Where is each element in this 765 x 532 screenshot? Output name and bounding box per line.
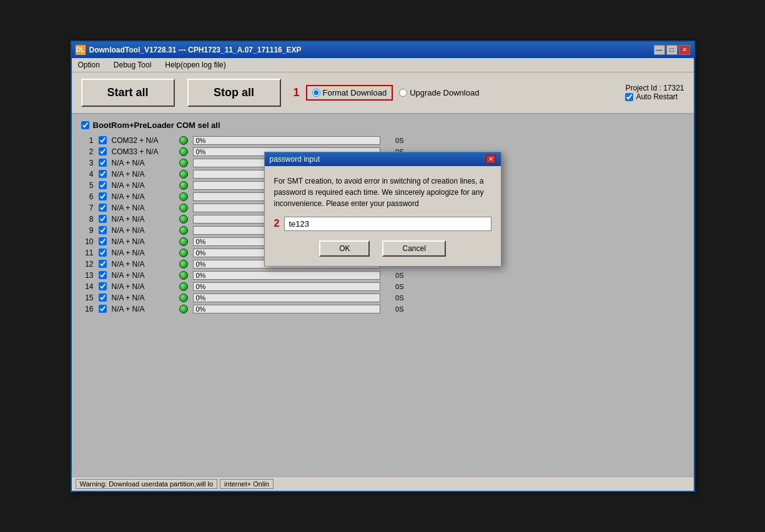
content-area: BootRom+PreLoader COM sel all 1 COM32 + …	[72, 114, 694, 476]
menu-option[interactable]: Option	[74, 59, 104, 71]
minimize-button[interactable]: —	[654, 45, 665, 55]
modal-title: password input	[270, 155, 320, 164]
modal-cancel-button[interactable]: Cancel	[382, 240, 445, 257]
status-bar: Warning: Download userdata partition,wil…	[72, 476, 694, 491]
upgrade-download-option[interactable]: Upgrade Download	[399, 88, 479, 97]
maximize-button[interactable]: □	[666, 45, 678, 55]
title-controls: — □ ✕	[654, 45, 690, 55]
auto-restart-row: Auto Restart	[625, 92, 684, 101]
modal-step-label: 2	[274, 218, 280, 229]
status-online: internet+ Onlin	[220, 479, 274, 489]
modal-overlay: password input ✕ For SMT creation, to av…	[72, 114, 694, 476]
step1-label: 1	[294, 86, 300, 99]
upgrade-download-label: Upgrade Download	[410, 88, 479, 97]
start-all-button[interactable]: Start all	[81, 79, 175, 107]
format-download-radio-box: Format Download	[306, 85, 393, 101]
stop-all-button[interactable]: Stop all	[187, 79, 281, 107]
auto-restart-checkbox[interactable]	[625, 93, 633, 101]
modal-body: For SMT creation, to avoid error in swit…	[265, 166, 501, 266]
project-info: Project Id : 17321 Auto Restart	[625, 84, 684, 101]
download-options: 1 Format Download Upgrade Download	[294, 85, 480, 101]
format-download-radio[interactable]	[312, 89, 320, 97]
password-modal: password input ✕ For SMT creation, to av…	[264, 152, 501, 267]
upgrade-download-radio[interactable]	[399, 89, 407, 97]
menu-help[interactable]: Help(open log file)	[161, 59, 229, 71]
modal-input-row: 2	[274, 217, 491, 231]
app-icon: DL	[76, 45, 86, 55]
status-warning: Warning: Download userdata partition,wil…	[76, 479, 218, 489]
window-title: DownloadTool_V1728.31 --- CPH1723_11_A.0…	[89, 46, 302, 54]
project-id: Project Id : 17321	[625, 84, 684, 92]
title-bar-left: DL DownloadTool_V1728.31 --- CPH1723_11_…	[76, 45, 302, 55]
menu-debug-tool[interactable]: Debug Tool	[110, 59, 155, 71]
format-download-option[interactable]: Format Download	[306, 85, 393, 101]
title-bar: DL DownloadTool_V1728.31 --- CPH1723_11_…	[72, 42, 694, 58]
toolbar: Start all Stop all 1 Format Download Upg…	[72, 72, 694, 114]
modal-ok-button[interactable]: OK	[319, 240, 370, 257]
modal-buttons: OK Cancel	[274, 240, 491, 257]
main-window: DL DownloadTool_V1728.31 --- CPH1723_11_…	[71, 41, 695, 492]
password-input[interactable]	[284, 217, 491, 231]
modal-message: For SMT creation, to avoid error in swit…	[274, 175, 491, 209]
modal-close-button[interactable]: ✕	[486, 155, 496, 164]
close-button[interactable]: ✕	[679, 45, 690, 55]
auto-restart-label: Auto Restart	[636, 92, 678, 101]
modal-title-bar: password input ✕	[265, 152, 501, 166]
format-download-label: Format Download	[323, 88, 387, 97]
menu-bar: Option Debug Tool Help(open log file)	[72, 58, 694, 72]
